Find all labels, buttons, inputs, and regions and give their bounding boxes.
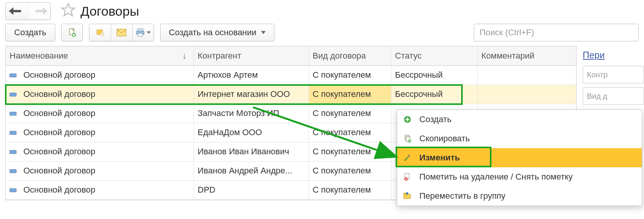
cm-label: Переместить в группу <box>419 191 506 201</box>
col-name-label: Наименование <box>10 51 68 60</box>
context-menu: Создать Скопировать Изменить Пометить на… <box>397 110 642 206</box>
plus-circle-icon <box>402 115 412 124</box>
envelope-icon <box>117 29 127 36</box>
document-plus-icon <box>67 28 77 37</box>
record-icon <box>10 169 16 173</box>
cm-edit[interactable]: Изменить <box>397 148 642 167</box>
cm-mark-delete[interactable]: Пометить на удаление / Снять пометку <box>397 167 642 186</box>
folder-clock-icon <box>95 28 105 37</box>
cell-kind: С покупателем <box>309 142 391 161</box>
cell-kind: С покупателем <box>309 85 391 104</box>
cell-counterparty: DPD <box>194 180 309 199</box>
cell-name: Основной договор <box>23 166 95 175</box>
col-comment[interactable]: Комментарий <box>477 46 576 65</box>
table-row[interactable]: Основной договор Артюхов Артем С покупат… <box>6 65 576 85</box>
print-button[interactable] <box>132 24 154 41</box>
record-icon <box>10 150 16 154</box>
record-icon <box>10 93 16 96</box>
page-header: Договоры <box>0 0 644 24</box>
cell-name: Основной договор <box>23 70 95 80</box>
cm-move-to-group[interactable]: Переместить в группу <box>397 186 642 206</box>
sort-down-icon: ↓ <box>182 51 187 61</box>
svg-point-21 <box>404 177 408 181</box>
cell-name: Основной договор <box>23 108 95 118</box>
mark-delete-icon <box>402 173 412 181</box>
create-based-on-button[interactable]: Создать на основании <box>160 24 274 41</box>
printer-icon <box>135 28 145 37</box>
col-kind[interactable]: Вид договора <box>309 46 391 65</box>
copy-icon <box>402 134 412 143</box>
folder-move-icon <box>402 192 412 200</box>
email-button[interactable] <box>111 24 132 41</box>
create-button[interactable]: Создать <box>5 24 55 41</box>
record-icon <box>10 131 16 135</box>
filter-counterparty-input[interactable] <box>583 66 644 83</box>
table-row[interactable]: Основной договор Интернет магазин ООО С … <box>6 85 576 104</box>
cell-kind: С покупателем <box>309 65 391 85</box>
cm-label: Скопировать <box>419 134 470 144</box>
arrow-right-icon <box>35 10 44 12</box>
cm-copy[interactable]: Скопировать <box>397 129 642 148</box>
cell-counterparty: ЕдаНаДом ООО <box>194 123 309 142</box>
cell-kind: С покупателем <box>309 104 391 123</box>
cm-label: Изменить <box>419 153 460 163</box>
record-icon <box>10 112 16 116</box>
nav-back-button[interactable] <box>6 3 28 20</box>
cm-label: Создать <box>419 114 452 124</box>
cm-create[interactable]: Создать <box>397 110 642 129</box>
cell-counterparty: Иванов Андрей Андре... <box>194 161 309 180</box>
filter-panel: Пери <box>583 46 644 109</box>
arrow-left-icon <box>13 10 21 12</box>
cell-counterparty: Интернет магазин ООО <box>194 85 309 104</box>
cell-name: Основной договор <box>23 89 95 99</box>
filter-kind-input[interactable] <box>583 87 644 105</box>
page-title: Договоры <box>80 4 139 19</box>
col-counterparty[interactable]: Контрагент <box>194 46 309 65</box>
svg-rect-18 <box>409 141 411 142</box>
cell-kind: С покупателем <box>309 180 391 199</box>
new-document-button[interactable] <box>61 24 83 41</box>
svg-rect-10 <box>138 33 143 36</box>
svg-rect-13 <box>406 119 409 120</box>
table-header-row: Наименование ↓ Контрагент Вид договора С… <box>6 46 576 65</box>
cell-name: Основной договор <box>23 127 95 137</box>
svg-rect-4 <box>73 34 75 35</box>
search-input[interactable] <box>474 24 639 41</box>
period-link[interactable]: Пери <box>583 47 644 66</box>
cell-counterparty: Запчасти Моторз ИП <box>194 104 309 123</box>
cell-kind: С покупателем <box>309 123 391 142</box>
nav-buttons <box>5 2 51 20</box>
record-icon <box>10 188 16 192</box>
favorite-star-icon[interactable] <box>61 2 76 20</box>
cell-status: Бессрочный <box>391 65 477 85</box>
nav-forward-button[interactable] <box>28 3 50 20</box>
cm-label: Пометить на удаление / Снять пометку <box>419 172 573 182</box>
cell-kind: С покупателем <box>309 161 391 180</box>
cell-name: Основной договор <box>23 185 95 194</box>
cell-comment <box>477 65 576 85</box>
cell-counterparty: Иванов Иван Иванович <box>194 142 309 161</box>
svg-rect-8 <box>138 29 143 31</box>
toolbar-icon-group <box>89 24 154 41</box>
toolbar: Создать <box>0 24 644 46</box>
cell-counterparty: Артюхов Артем <box>194 65 309 85</box>
col-name[interactable]: Наименование ↓ <box>6 46 194 65</box>
svg-rect-7 <box>117 29 126 36</box>
cell-status: Бессрочный <box>391 85 477 104</box>
svg-marker-0 <box>62 3 74 16</box>
attach-folder-button[interactable] <box>89 24 111 41</box>
col-status[interactable]: Статус <box>391 46 477 65</box>
cell-name: Основной договор <box>23 147 95 156</box>
record-icon <box>10 74 16 77</box>
cell-comment <box>477 85 576 104</box>
pencil-icon <box>402 154 412 162</box>
